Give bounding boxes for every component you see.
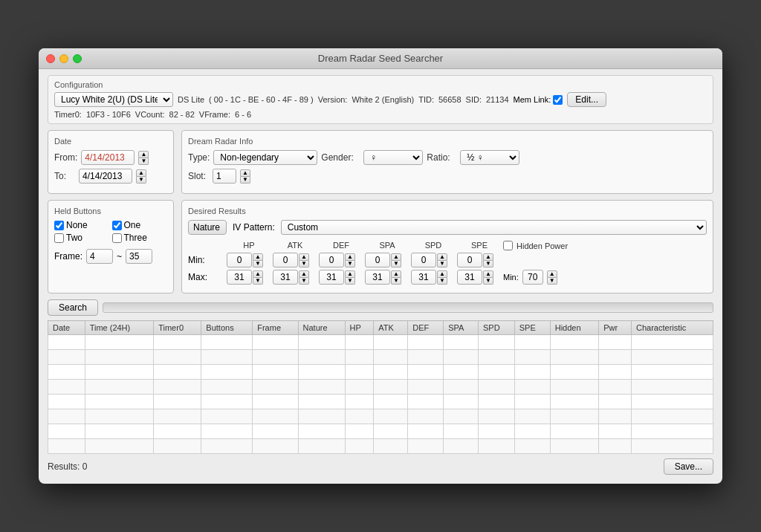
search-button[interactable]: Search	[48, 299, 98, 316]
mac-address: ( 00 - 1C - BE - 60 - 4F - 89 )	[209, 95, 314, 104]
atk-max-up[interactable]: ▲	[299, 270, 309, 278]
atk-max-input[interactable]	[273, 270, 298, 285]
maximize-button[interactable]	[73, 54, 82, 63]
from-date-up[interactable]: ▲	[138, 151, 149, 158]
hp-max-input[interactable]	[227, 270, 252, 285]
spd-max-up[interactable]: ▲	[437, 270, 447, 278]
config-label: Configuration	[54, 80, 707, 89]
two-checkbox[interactable]	[54, 233, 64, 243]
from-date-input[interactable]	[81, 150, 135, 165]
checkbox-grid: None One Two Three	[54, 220, 167, 243]
three-checkbox[interactable]	[112, 233, 122, 243]
def-min-down[interactable]: ▼	[345, 261, 355, 267]
iv-pattern-label: IV Pattern:	[233, 222, 275, 233]
spd-min-down[interactable]: ▼	[437, 261, 447, 267]
to-date-up[interactable]: ▲	[136, 169, 146, 177]
to-date-down[interactable]: ▼	[136, 177, 146, 184]
none-checkbox[interactable]	[54, 221, 64, 230]
hp-check-header: Hidden Power	[503, 241, 592, 250]
frame-tilde: ~	[117, 251, 122, 262]
config-row-1: Lucy White 2(U) (DS Lite) DS Lite ( 00 -…	[54, 92, 707, 107]
mem-link-label: Mem Link:	[514, 95, 551, 104]
atk-min-input[interactable]	[273, 253, 298, 267]
nature-button[interactable]: Nature	[188, 220, 227, 235]
desired-results-panel: Desired Results Nature IV Pattern: Custo…	[181, 200, 713, 293]
titlebar: Dream Radar Seed Searcher	[39, 48, 722, 69]
atk-min-up[interactable]: ▲	[299, 253, 309, 261]
hp-max-up[interactable]: ▲	[253, 270, 263, 278]
spe-header: SPE	[457, 241, 502, 250]
iv-pattern-select[interactable]: Custom	[281, 220, 707, 235]
col-atk: ATK	[374, 321, 408, 335]
atk-header: ATK	[273, 241, 317, 250]
dream-radar-panel: Dream Radar Info Type: Non-legendary Gen…	[181, 130, 713, 194]
hidden-power-label: Hidden Power	[516, 241, 568, 250]
spe-min-up[interactable]: ▲	[483, 253, 493, 261]
to-date-input[interactable]	[79, 169, 132, 184]
gender-select[interactable]: ♀	[363, 150, 423, 165]
spe-min-input[interactable]	[457, 253, 482, 267]
spa-min-down[interactable]: ▼	[391, 261, 401, 267]
def-max-down[interactable]: ▼	[345, 278, 355, 285]
spd-min-input[interactable]	[411, 253, 436, 267]
spa-max-down[interactable]: ▼	[391, 278, 401, 285]
def-min-up[interactable]: ▲	[345, 253, 355, 261]
def-max-wrap: ▲▼	[319, 270, 363, 285]
spa-max-up[interactable]: ▲	[391, 270, 401, 278]
spe-min-wrap: ▲▼	[457, 253, 502, 267]
lower-panels: Held Buttons None One Two	[48, 200, 713, 293]
def-min-input[interactable]	[319, 253, 344, 267]
hp-min-val-up[interactable]: ▲	[547, 270, 557, 278]
hp-min-up[interactable]: ▲	[253, 253, 263, 261]
col-frame: Frame	[253, 321, 298, 335]
profile-select[interactable]: Lucy White 2(U) (DS Lite)	[54, 92, 173, 107]
frame-from-input[interactable]	[86, 249, 113, 264]
spe-max-input[interactable]	[457, 270, 482, 285]
spd-max-input[interactable]	[411, 270, 436, 285]
slot-down[interactable]: ▼	[240, 177, 250, 184]
ratio-select[interactable]: ½ ♀	[460, 150, 519, 165]
spd-min-up[interactable]: ▲	[437, 253, 447, 261]
def-max-input[interactable]	[319, 270, 344, 285]
minimize-button[interactable]	[59, 54, 68, 63]
atk-max-down[interactable]: ▼	[299, 278, 309, 285]
slot-input[interactable]	[213, 169, 236, 184]
def-max-up[interactable]: ▲	[345, 270, 355, 278]
save-button[interactable]: Save...	[664, 458, 713, 475]
hp-min-down[interactable]: ▼	[253, 261, 263, 267]
spa-min-input[interactable]	[365, 253, 390, 267]
timer0-value: 10F3 - 10F6	[86, 110, 131, 119]
content-area: Configuration Lucy White 2(U) (DS Lite) …	[39, 69, 722, 484]
spe-max-up[interactable]: ▲	[483, 270, 493, 278]
edit-button[interactable]: Edit...	[567, 92, 606, 107]
spa-min-up[interactable]: ▲	[391, 253, 401, 261]
col-def: DEF	[408, 321, 444, 335]
atk-min-down[interactable]: ▼	[299, 261, 309, 267]
frame-to-input[interactable]	[126, 249, 152, 264]
hp-min-val-down[interactable]: ▼	[547, 278, 557, 285]
def-min-wrap: ▲▼	[319, 253, 363, 267]
table-row	[48, 439, 713, 454]
spd-max-down[interactable]: ▼	[437, 278, 447, 285]
slot-spinner: ▲ ▼	[240, 169, 250, 184]
one-checkbox[interactable]	[112, 221, 122, 230]
spe-max-down[interactable]: ▼	[483, 278, 493, 285]
from-date-down[interactable]: ▼	[138, 158, 149, 165]
spe-min-down[interactable]: ▼	[483, 261, 493, 267]
slot-up[interactable]: ▲	[240, 169, 250, 177]
progress-bar	[103, 302, 713, 313]
to-date-spinner: ▲ ▼	[136, 169, 146, 184]
hidden-power-checkbox[interactable]	[503, 241, 513, 250]
close-button[interactable]	[46, 54, 55, 63]
hp-min-input[interactable]	[227, 253, 252, 267]
hp-min-value-input[interactable]	[522, 270, 543, 285]
table-row	[48, 424, 713, 439]
hp-max-down[interactable]: ▼	[253, 278, 263, 285]
spa-max-input[interactable]	[365, 270, 390, 285]
gender-label: Gender:	[321, 152, 360, 163]
type-select[interactable]: Non-legendary	[213, 150, 317, 165]
vframe-value: 6 - 6	[235, 110, 251, 119]
date-panel-title: Date	[54, 137, 167, 146]
mem-link-checkbox[interactable]	[553, 95, 563, 105]
desired-top-row: Nature IV Pattern: Custom	[188, 220, 707, 235]
